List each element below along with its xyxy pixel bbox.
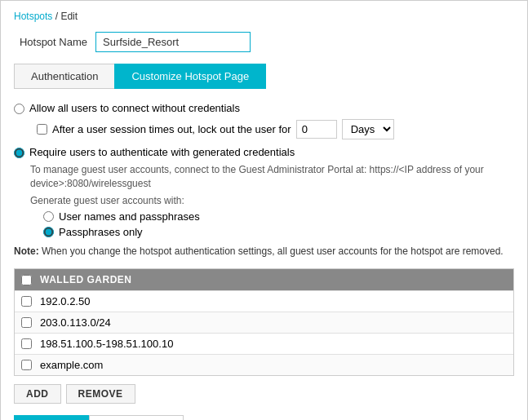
note-bold: Note: <box>14 245 39 257</box>
auth-option2-radio[interactable] <box>14 148 24 158</box>
note-text: Note: When you change the hotspot authen… <box>14 245 514 259</box>
sub-option1-radio[interactable] <box>43 211 54 222</box>
hotspot-name-label: Hotspot Name <box>14 36 87 48</box>
row-1-checkbox[interactable] <box>21 296 32 307</box>
row-2-checkbox[interactable] <box>21 317 32 328</box>
row-1-value: 192.0.2.50 <box>40 295 90 307</box>
remove-button[interactable]: REMOVE <box>66 384 135 404</box>
walled-garden-table: WALLED GARDEN 192.0.2.50 203.0.113.0/24 … <box>14 268 514 376</box>
timeout-input[interactable] <box>296 120 337 139</box>
save-button[interactable]: SAVE <box>14 415 89 420</box>
guest-portal-info: To manage guest user accounts, connect t… <box>30 163 514 191</box>
breadcrumb-separator: / <box>52 11 60 22</box>
table-row: 198.51.100.5-198.51.100.10 <box>15 333 513 354</box>
auth-option1-radio[interactable] <box>14 104 24 114</box>
sub-option2-row: Passphrases only <box>43 226 514 238</box>
row-3-checkbox[interactable] <box>21 338 32 349</box>
timeout-select[interactable]: Days <box>342 119 394 139</box>
timeout-label: After a user session times out, lock out… <box>52 123 291 135</box>
timeout-row: After a user session times out, lock out… <box>37 119 514 139</box>
hotspot-name-input[interactable] <box>95 32 251 52</box>
breadcrumb-current: Edit <box>60 11 78 22</box>
table-header-checkbox[interactable] <box>21 275 32 285</box>
cancel-button[interactable]: CANCEL <box>89 415 183 420</box>
auth-option2-row: Require users to authenticate with gener… <box>14 146 514 158</box>
auth-option2-label: Require users to authenticate with gener… <box>29 146 295 158</box>
sub-option1-label: User names and passphrases <box>59 210 200 223</box>
add-button[interactable]: ADD <box>14 384 61 404</box>
note-content: When you change the hotspot authenticati… <box>39 245 504 257</box>
auth-option1-label: Allow all users to connect without crede… <box>29 102 240 114</box>
breadcrumb: Hotspots / Edit <box>14 11 514 22</box>
row-actions: ADD REMOVE <box>14 384 514 404</box>
breadcrumb-hotspots-link[interactable]: Hotspots <box>14 11 52 22</box>
table-row: example.com <box>15 354 513 375</box>
tab-customize-hotspot-page[interactable]: Customize Hotspot Page <box>114 64 266 89</box>
timeout-checkbox[interactable] <box>37 124 47 135</box>
hotspot-name-row: Hotspot Name <box>14 32 514 52</box>
table-header-label: WALLED GARDEN <box>40 274 132 285</box>
sub-option1-row: User names and passphrases <box>43 210 514 223</box>
auth-option1-row: Allow all users to connect without crede… <box>14 102 514 114</box>
sub-option2-label: Passphrases only <box>59 226 143 238</box>
row-4-value: example.com <box>40 359 103 371</box>
generate-label: Generate guest user accounts with: <box>30 194 514 208</box>
table-row: 192.0.2.50 <box>15 290 513 312</box>
row-4-checkbox[interactable] <box>21 360 32 370</box>
sub-option2-radio[interactable] <box>43 227 54 237</box>
main-container: Hotspots / Edit Hotspot Name Authenticat… <box>0 0 528 420</box>
table-row: 203.0.113.0/24 <box>15 312 513 333</box>
row-2-value: 203.0.113.0/24 <box>40 316 111 329</box>
table-header: WALLED GARDEN <box>15 269 513 290</box>
footer-actions: SAVE CANCEL <box>14 415 514 420</box>
tabs: Authentication Customize Hotspot Page <box>14 64 514 89</box>
row-3-value: 198.51.100.5-198.51.100.10 <box>40 338 173 350</box>
tab-authentication[interactable]: Authentication <box>14 64 114 89</box>
